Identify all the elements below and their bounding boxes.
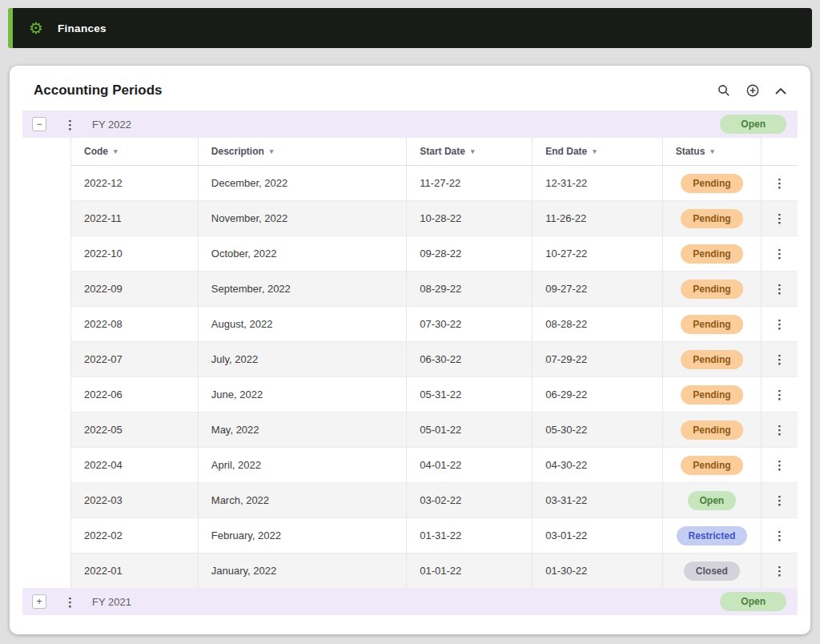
column-header-end-date[interactable]: End Date▾ — [533, 138, 662, 166]
cell-actions: ⋮ — [762, 483, 798, 518]
row-kebab-menu-icon[interactable]: ⋮ — [770, 457, 789, 473]
sort-caret-icon[interactable]: ▾ — [270, 147, 274, 155]
row-kebab-menu-icon[interactable]: ⋮ — [770, 281, 789, 296]
sort-caret-icon[interactable]: ▾ — [471, 147, 475, 155]
cell-code: 2022-01 — [71, 553, 199, 589]
row-kebab-menu-icon[interactable]: ⋮ — [770, 211, 789, 226]
header-accent-bar — [8, 8, 13, 48]
row-kebab-menu-icon[interactable]: ⋮ — [770, 493, 789, 508]
cell-start: 06-30-22 — [407, 342, 533, 377]
cell-code: 2022-12 — [71, 166, 199, 201]
table-header: Code▾Description▾Start Date▾End Date▾Sta… — [71, 138, 798, 166]
cell-description: April, 2022 — [198, 448, 406, 483]
cell-actions: ⋮ — [762, 448, 798, 483]
table-header-row: Code▾Description▾Start Date▾End Date▾Sta… — [71, 138, 798, 166]
cell-start: 04-01-22 — [407, 448, 533, 483]
cell-start: 03-02-22 — [407, 483, 533, 518]
cell-end: 03-31-22 — [533, 483, 662, 518]
cell-end: 09-27-22 — [533, 272, 662, 307]
expand-group-button[interactable]: + — [32, 594, 46, 609]
cell-actions: ⋮ — [762, 413, 798, 448]
row-kebab-menu-icon[interactable]: ⋮ — [770, 246, 789, 261]
sort-caret-icon[interactable]: ▾ — [114, 147, 118, 155]
cell-end: 12-31-22 — [533, 166, 662, 201]
group-status-badge: Open — [720, 592, 786, 611]
cell-status: Pending — [662, 166, 761, 201]
row-kebab-menu-icon[interactable]: ⋮ — [770, 175, 789, 191]
column-header-code[interactable]: Code▾ — [71, 138, 199, 166]
cell-actions: ⋮ — [762, 307, 798, 342]
accounting-periods-table: Code▾Description▾Start Date▾End Date▾Sta… — [70, 138, 798, 588]
sort-caret-icon[interactable]: ▾ — [593, 147, 597, 155]
cell-status: Pending — [662, 307, 761, 342]
cell-code: 2022-02 — [71, 518, 199, 553]
cell-status: Pending — [662, 201, 761, 236]
row-kebab-menu-icon[interactable]: ⋮ — [770, 387, 789, 402]
row-kebab-menu-icon[interactable]: ⋮ — [770, 422, 789, 437]
collapse-group-button[interactable]: − — [32, 117, 46, 131]
column-label: Description — [211, 146, 264, 157]
group-label: FY 2021 — [92, 596, 131, 608]
cell-end: 07-29-22 — [533, 342, 662, 377]
status-badge: Pending — [681, 315, 742, 334]
cell-actions: ⋮ — [762, 166, 798, 201]
column-label: End Date — [545, 146, 587, 157]
actions-column-header — [762, 138, 798, 166]
table-row: 2022-04April, 202204-01-2204-30-22Pendin… — [71, 448, 798, 483]
row-kebab-menu-icon[interactable]: ⋮ — [770, 528, 789, 543]
cell-status: Pending — [662, 342, 761, 377]
cell-start: 08-29-22 — [407, 272, 533, 307]
table-row: 2022-11November, 202210-28-2211-26-22Pen… — [71, 201, 798, 236]
cell-status: Pending — [662, 236, 761, 272]
cell-start: 01-31-22 — [407, 518, 533, 553]
sort-caret-icon[interactable]: ▾ — [710, 147, 714, 155]
status-badge: Pending — [681, 421, 742, 440]
column-header-start-date[interactable]: Start Date▾ — [407, 138, 533, 166]
column-label: Status — [676, 146, 705, 157]
status-badge: Open — [688, 491, 737, 510]
cell-end: 01-30-22 — [533, 553, 662, 589]
row-kebab-menu-icon[interactable]: ⋮ — [770, 352, 789, 367]
column-header-status[interactable]: Status▾ — [662, 138, 761, 166]
gear-icon[interactable]: ⚙ — [29, 20, 43, 36]
panel-header: Accounting Periods — [22, 66, 798, 111]
cell-status: Pending — [662, 272, 761, 307]
row-kebab-menu-icon[interactable]: ⋮ — [770, 563, 789, 578]
cell-status: Closed — [662, 553, 761, 589]
table-row: 2022-12December, 202211-27-2212-31-22Pen… — [71, 166, 798, 201]
cell-code: 2022-05 — [71, 413, 199, 448]
cell-end: 04-30-22 — [533, 448, 662, 483]
cell-code: 2022-04 — [71, 448, 199, 483]
cell-description: December, 2022 — [198, 166, 406, 201]
status-badge: Pending — [681, 456, 742, 475]
cell-description: July, 2022 — [198, 342, 406, 377]
plus-circle-icon[interactable] — [746, 84, 759, 97]
cell-description: February, 2022 — [198, 518, 406, 553]
panel-actions — [718, 84, 786, 97]
column-header-description[interactable]: Description▾ — [198, 138, 406, 166]
cell-actions: ⋮ — [762, 342, 798, 377]
cell-start: 01-01-22 — [407, 553, 533, 589]
group-kebab-menu-icon[interactable]: ⋮ — [61, 117, 79, 132]
cell-description: August, 2022 — [198, 307, 406, 342]
cell-actions: ⋮ — [762, 201, 798, 236]
chevron-up-icon[interactable] — [775, 87, 786, 95]
cell-code: 2022-11 — [71, 201, 199, 236]
group-kebab-menu-icon[interactable]: ⋮ — [61, 594, 79, 610]
group-row-fy2021: + ⋮ FY 2021 Open — [22, 588, 798, 615]
search-icon[interactable] — [718, 84, 730, 97]
cell-code: 2022-10 — [71, 236, 199, 272]
accounting-periods-panel: Accounting Periods − ⋮ FY 2022 Open — [10, 66, 810, 634]
table-row: 2022-09September, 202208-29-2209-27-22Pe… — [71, 272, 798, 307]
row-kebab-menu-icon[interactable]: ⋮ — [770, 316, 789, 332]
cell-end: 05-30-22 — [533, 413, 662, 448]
cell-end: 03-01-22 — [533, 518, 662, 553]
column-label: Start Date — [420, 146, 465, 157]
cell-description: September, 2022 — [198, 272, 406, 307]
cell-description: March, 2022 — [198, 483, 406, 518]
cell-status: Restricted — [662, 518, 761, 553]
table-row: 2022-07July, 202206-30-2207-29-22Pending… — [71, 342, 798, 377]
status-badge: Pending — [681, 385, 742, 405]
table-row: 2022-06June, 202205-31-2206-29-22Pending… — [71, 377, 798, 413]
cell-status: Open — [662, 483, 761, 518]
